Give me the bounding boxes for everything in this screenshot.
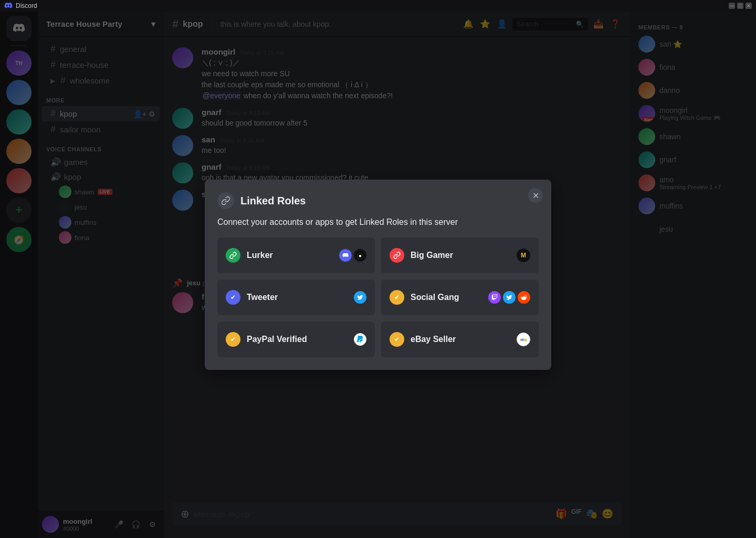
titlebar-controls[interactable]: — □ ✕ bbox=[729, 3, 752, 9]
close-button[interactable]: ✕ bbox=[746, 3, 752, 9]
role-name: eBay Seller bbox=[411, 335, 456, 344]
modal-close-button[interactable]: ✕ bbox=[528, 188, 543, 203]
twitch-icon bbox=[488, 291, 501, 304]
modal-header: Linked Roles bbox=[217, 192, 539, 209]
role-card-tweeter[interactable]: ✔ Tweeter bbox=[217, 280, 375, 315]
minimize-button[interactable]: — bbox=[729, 3, 735, 9]
role-badges: ● bbox=[339, 249, 366, 262]
neon-m-icon: M bbox=[517, 249, 530, 262]
modal-title: Linked Roles bbox=[240, 195, 306, 207]
modal-overlay[interactable]: Linked Roles ✕ Connect your accounts or … bbox=[0, 12, 756, 538]
role-card-left: ✔ Social Gang bbox=[390, 290, 459, 305]
titlebar-app-name: Discord bbox=[16, 2, 37, 9]
role-icon-paypal: ✔ bbox=[226, 332, 240, 347]
reddit-icon bbox=[518, 291, 530, 304]
role-icon-tweeter: ✔ bbox=[226, 290, 240, 305]
paypal-icon bbox=[354, 333, 366, 346]
roles-grid: Lurker ● bbox=[217, 237, 539, 357]
role-icon-social-gang: ✔ bbox=[390, 290, 404, 305]
role-card-left: ✔ Tweeter bbox=[226, 290, 278, 305]
role-badges bbox=[488, 291, 530, 304]
role-card-left: ✔ eBay Seller bbox=[390, 332, 456, 347]
twitter-icon bbox=[354, 291, 366, 304]
role-card-ebay-seller[interactable]: ✔ eBay Seller ebay bbox=[381, 322, 539, 357]
role-badges: M bbox=[517, 249, 530, 262]
discord-badge-icon bbox=[339, 249, 352, 262]
role-badges bbox=[354, 291, 366, 304]
role-card-social-gang[interactable]: ✔ Social Gang bbox=[381, 280, 539, 315]
discord-logo-icon bbox=[4, 2, 13, 10]
twitter-icon bbox=[503, 291, 516, 304]
role-badges bbox=[354, 333, 366, 346]
role-card-left: ✔ PayPal Verified bbox=[226, 332, 307, 347]
modal-icon bbox=[217, 192, 234, 209]
role-card-big-gamer[interactable]: Big Gamer M bbox=[381, 237, 539, 273]
black-circle-icon: ● bbox=[354, 249, 366, 262]
maximize-button[interactable]: □ bbox=[737, 3, 743, 9]
role-card-lurker[interactable]: Lurker ● bbox=[217, 237, 375, 273]
role-name: Social Gang bbox=[411, 293, 459, 302]
role-card-left: Big Gamer bbox=[390, 248, 453, 263]
modal-subtitle: Connect your accounts or apps to get Lin… bbox=[217, 218, 539, 227]
role-name: Lurker bbox=[247, 251, 273, 260]
role-card-left: Lurker bbox=[226, 248, 273, 263]
role-name: PayPal Verified bbox=[247, 335, 307, 344]
role-icon-lurker bbox=[226, 248, 240, 263]
role-badges: ebay bbox=[517, 333, 530, 346]
role-icon-big-gamer bbox=[390, 248, 404, 263]
ebay-icon: ebay bbox=[517, 333, 530, 346]
role-name: Tweeter bbox=[247, 293, 278, 302]
titlebar: Discord — □ ✕ bbox=[0, 0, 756, 12]
linked-roles-modal: Linked Roles ✕ Connect your accounts or … bbox=[205, 180, 551, 370]
titlebar-left: Discord bbox=[4, 2, 37, 10]
role-icon-ebay: ✔ bbox=[390, 332, 404, 347]
role-name: Big Gamer bbox=[411, 251, 453, 260]
role-card-paypal-verified[interactable]: ✔ PayPal Verified bbox=[217, 322, 375, 357]
